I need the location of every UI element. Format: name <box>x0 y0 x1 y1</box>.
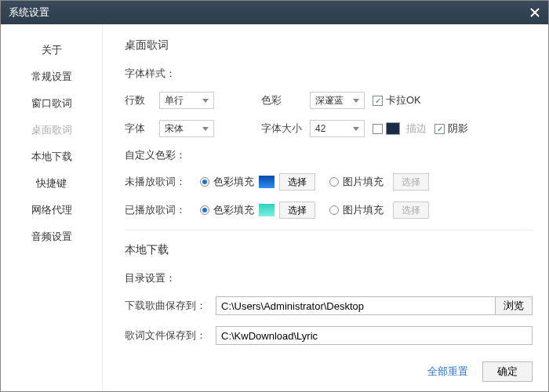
custom-color-label: 自定义色彩： <box>125 148 186 162</box>
color-select[interactable]: 深邃蓝 <box>310 92 365 109</box>
window-title: 系统设置 <box>9 5 49 20</box>
sidebar-item-desktop-lyrics[interactable]: 桌面歌词 <box>1 117 102 143</box>
lyric-path-label: 歌词文件保存到： <box>125 328 211 343</box>
font-size-label: 字体大小 <box>261 122 305 136</box>
browse-song-button[interactable]: 浏览 <box>496 296 533 315</box>
sidebar-item-download[interactable]: 本地下载 <box>1 143 102 170</box>
section-download-title: 本地下载 <box>125 243 533 257</box>
unplayed-image-select-button[interactable]: 选择 <box>393 173 429 191</box>
font-select[interactable]: 宋体 <box>159 120 214 137</box>
titlebar: 系统设置 <box>1 1 548 24</box>
font-style-label: 字体样式： <box>125 67 176 81</box>
reset-all-link[interactable]: 全部重置 <box>427 365 468 379</box>
sidebar-item-about[interactable]: 关于 <box>1 37 102 64</box>
played-color-select-button[interactable]: 选择 <box>279 201 315 219</box>
chevron-down-icon <box>353 99 359 103</box>
unplayed-imagefill-radio[interactable]: 图片填充 <box>329 175 384 189</box>
checkbox-icon <box>373 124 383 134</box>
chevron-down-icon <box>353 127 359 131</box>
played-image-select-button[interactable]: 选择 <box>393 201 429 219</box>
dir-label: 目录设置： <box>125 271 176 285</box>
song-path-label: 下载歌曲保存到： <box>125 299 211 313</box>
sidebar-item-window-lyrics[interactable]: 窗口歌词 <box>1 90 102 117</box>
radio-icon <box>329 177 339 187</box>
ok-button[interactable]: 确定 <box>482 361 533 382</box>
stroke-color-swatch[interactable] <box>386 122 400 135</box>
stroke-checkbox[interactable]: 描边 <box>373 122 427 136</box>
rows-label: 行数 <box>125 93 155 107</box>
played-color-swatch[interactable] <box>259 204 274 216</box>
sidebar-item-audio[interactable]: 音频设置 <box>1 223 102 250</box>
unplayed-label: 未播放歌词： <box>125 175 195 189</box>
sidebar: 关于 常规设置 窗口歌词 桌面歌词 本地下载 快捷键 网络代理 音频设置 <box>1 24 103 391</box>
section-desktop-lyrics-title: 桌面歌词 <box>125 38 533 53</box>
unplayed-color-select-button[interactable]: 选择 <box>279 173 315 191</box>
played-colorfill-radio[interactable]: 色彩填充 <box>200 203 254 217</box>
color-label: 色彩 <box>261 93 305 107</box>
karaoke-checkbox[interactable]: ✓ 卡拉OK <box>373 93 421 107</box>
sidebar-item-proxy[interactable]: 网络代理 <box>1 197 102 223</box>
chevron-down-icon <box>202 127 209 131</box>
rows-select[interactable]: 单行 <box>159 92 214 109</box>
main-panel: 桌面歌词 字体样式： 行数 单行 色彩 深邃蓝 ✓ 卡拉OK 字体 宋体 字体大… <box>103 24 548 391</box>
checkbox-icon: ✓ <box>434 124 445 134</box>
radio-icon <box>200 205 209 215</box>
font-size-select[interactable]: 42 <box>310 120 365 137</box>
shadow-checkbox[interactable]: ✓ 阴影 <box>434 122 468 136</box>
unplayed-color-swatch[interactable] <box>259 176 274 188</box>
checkbox-icon: ✓ <box>373 96 383 106</box>
song-path-input[interactable] <box>216 296 496 315</box>
radio-icon <box>329 205 339 215</box>
radio-icon <box>200 177 209 187</box>
sidebar-item-general[interactable]: 常规设置 <box>1 64 102 90</box>
close-icon[interactable] <box>529 7 540 18</box>
played-imagefill-radio[interactable]: 图片填充 <box>329 203 384 217</box>
chevron-down-icon <box>202 99 209 103</box>
unplayed-colorfill-radio[interactable]: 色彩填充 <box>200 175 254 189</box>
font-label: 字体 <box>125 122 155 136</box>
lyric-path-input[interactable] <box>216 326 533 345</box>
played-label: 已播放歌词： <box>125 203 195 217</box>
sidebar-item-shortcut[interactable]: 快捷键 <box>1 170 102 197</box>
